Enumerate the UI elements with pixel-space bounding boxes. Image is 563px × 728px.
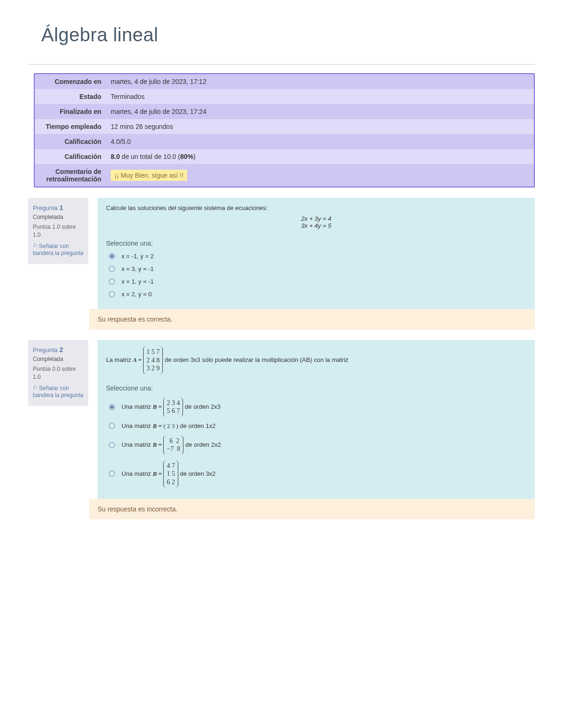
summary-value: Terminados [106, 89, 534, 104]
matrix-row: 6 2 [167, 437, 180, 445]
option-radio[interactable]: Una matriz B = 4 7 1 5 6 2 de orden 3x2 [109, 458, 526, 491]
question-number: 2 [59, 345, 63, 353]
summary-value: 4.0/5.0 [106, 134, 534, 149]
matrix-A: 1 5 7 2 4 8 3 2 9 [143, 346, 163, 374]
flag-question-link[interactable]: ⚐Señalar con bandera la pregunta [33, 385, 84, 399]
question-content: La matriz A = 1 5 7 2 4 8 3 2 9 de orden… [98, 340, 535, 499]
question-content: Calcule las soluciones del siguiente sis… [98, 198, 535, 309]
table-row: Finalizado en martes, 4 de julio de 2023… [35, 104, 534, 119]
opt-post: de orden 3x2 [180, 470, 216, 477]
question-label: Pregunta [33, 204, 59, 211]
equation-line: 3x + 4y = 5 [106, 222, 526, 229]
table-row: Calificación 8.0 de un total de 10.0 (80… [35, 149, 534, 164]
flag-question-link[interactable]: ⚐Señalar con bandera la pregunta [33, 243, 84, 257]
option-radio[interactable]: x = -1, y = 2 [109, 250, 526, 263]
options-list: Una matriz B = 2 3 4 5 6 7 de orden 2x3 [109, 395, 526, 491]
question-label: Pregunta [33, 346, 59, 353]
summary-label: Calificación [35, 134, 106, 149]
opt-post: de orden 1x2 [180, 422, 215, 429]
table-row: Comenzado en martes, 4 de julio de 2023,… [35, 74, 534, 89]
select-one-label: Seleccione una: [106, 240, 526, 247]
matrix-row: 1 5 [167, 470, 175, 478]
matrix-variable: B = [152, 422, 161, 429]
question-state: Completada [33, 355, 84, 363]
flag-icon: ⚐ [32, 242, 39, 250]
matrix-row: 2 4 8 [146, 356, 160, 365]
equation-line: 2x + 3y = 4 [106, 215, 526, 222]
opt-pre: Una matriz [122, 403, 152, 410]
inline-matrix: ( 2 3 ) [163, 422, 178, 429]
question-title: Pregunta 1 [33, 203, 84, 212]
select-one-label: Seleccione una: [106, 384, 526, 392]
matrix-row: 3 2 9 [146, 364, 160, 373]
table-row: Comentario de retroalimentación ¡¡ Muy B… [35, 164, 534, 187]
question-grade: Puntúa 0.0 sobre 1.0 [33, 365, 84, 381]
matrix-row: 2 3 4 [167, 399, 180, 407]
grade-pct: 80% [180, 153, 193, 160]
option-label: Una matriz B = 2 3 4 5 6 7 de orden 2x3 [122, 398, 221, 417]
text-pre: La matriz [106, 356, 133, 363]
feedback-badge: ¡¡ Muy Bien, sigue así !! [111, 170, 187, 181]
matrix-row: 1 5 7 [146, 348, 160, 356]
options-list: x = -1, y = 2 x = 3, y = -1 x = 1, y = -… [109, 250, 526, 300]
radio-icon [109, 442, 115, 448]
table-row: Estado Terminados [35, 89, 534, 104]
grade-bold: 8.0 [111, 153, 120, 160]
summary-value: martes, 4 de julio de 2023, 17:24 [106, 104, 534, 119]
opt-pre: Una matriz [122, 422, 152, 429]
matrix-row: 6 2 [167, 478, 175, 487]
option-label: Una matriz B = ( 2 3 ) de orden 1x2 [122, 422, 215, 430]
summary-value: 12 mins 26 segundos [106, 119, 534, 134]
radio-icon [109, 471, 115, 477]
question-2: Pregunta 2 Completada Puntúa 0.0 sobre 1… [28, 340, 535, 499]
matrix-variable: B = [152, 441, 161, 448]
grade-end: ) [193, 153, 196, 160]
option-radio[interactable]: x = 3, y = -1 [109, 263, 526, 275]
radio-icon [109, 404, 115, 410]
option-radio[interactable]: Una matriz B = 6 2 −7 8 de orden 2x2 [109, 433, 526, 458]
table-row: Tiempo empleado 12 mins 26 segundos [35, 119, 534, 134]
option-label: Una matriz B = 6 2 −7 8 de orden 2x2 [122, 435, 221, 455]
summary-label: Finalizado en [35, 104, 106, 119]
matrix-variable: A = [133, 356, 142, 363]
summary-label: Tiempo empleado [35, 119, 106, 134]
page-title: Álgebra lineal [41, 24, 535, 45]
summary-label: Estado [35, 89, 106, 104]
table-row: Calificación 4.0/5.0 [35, 134, 534, 149]
equations: 2x + 3y = 4 3x + 4y = 5 [106, 215, 526, 229]
summary-table: Comenzado en martes, 4 de julio de 2023,… [35, 74, 534, 187]
option-label: x = -1, y = 2 [122, 253, 154, 260]
question-info-panel: Pregunta 1 Completada Puntúa 1.0 sobre 1… [28, 198, 88, 264]
radio-icon [109, 291, 115, 297]
option-label: x = 1, y = -1 [122, 278, 154, 285]
question-text: La matriz A = 1 5 7 2 4 8 3 2 9 de orden… [106, 346, 526, 374]
option-radio[interactable]: x = 2, y = 0 [109, 288, 526, 300]
option-radio[interactable]: x = 1, y = -1 [109, 275, 526, 288]
summary-label: Comenzado en [35, 74, 106, 89]
matrix-B: 6 2 −7 8 [163, 435, 183, 455]
question-1: Pregunta 1 Completada Puntúa 1.0 sobre 1… [28, 198, 535, 309]
matrix-B: 2 3 4 5 6 7 [163, 398, 183, 417]
flag-icon: ⚐ [32, 384, 39, 392]
option-label: x = 2, y = 0 [122, 291, 152, 298]
question-title: Pregunta 2 [33, 345, 84, 354]
flag-label: Señalar con bandera la pregunta [33, 243, 83, 257]
option-radio[interactable]: Una matriz B = 2 3 4 5 6 7 de orden 2x3 [109, 395, 526, 420]
answer-feedback: Su respuesta es correcta. [89, 309, 535, 330]
matrix-B: 4 7 1 5 6 2 [163, 460, 178, 488]
matrix-row: 4 7 [167, 462, 175, 470]
radio-icon [109, 278, 115, 285]
question-info-panel: Pregunta 2 Completada Puntúa 0.0 sobre 1… [28, 340, 88, 406]
radio-icon [109, 423, 115, 429]
opt-post: de orden 2x3 [185, 403, 221, 410]
matrix-variable: B = [152, 470, 161, 477]
matrix-variable: B = [152, 403, 161, 410]
option-radio[interactable]: Una matriz B = ( 2 3 ) de orden 1x2 [109, 420, 526, 433]
summary-value: 8.0 de un total de 10.0 (80%) [106, 149, 534, 164]
option-label: Una matriz B = 4 7 1 5 6 2 de orden 3x2 [122, 460, 215, 488]
radio-icon [109, 266, 115, 272]
question-text: Calcule las soluciones del siguiente sis… [106, 204, 526, 211]
question-grade: Puntúa 1.0 sobre 1.0 [33, 223, 84, 239]
summary-section: Comenzado en martes, 4 de julio de 2023,… [28, 64, 535, 188]
matrix-row: 5 6 7 [167, 407, 180, 415]
